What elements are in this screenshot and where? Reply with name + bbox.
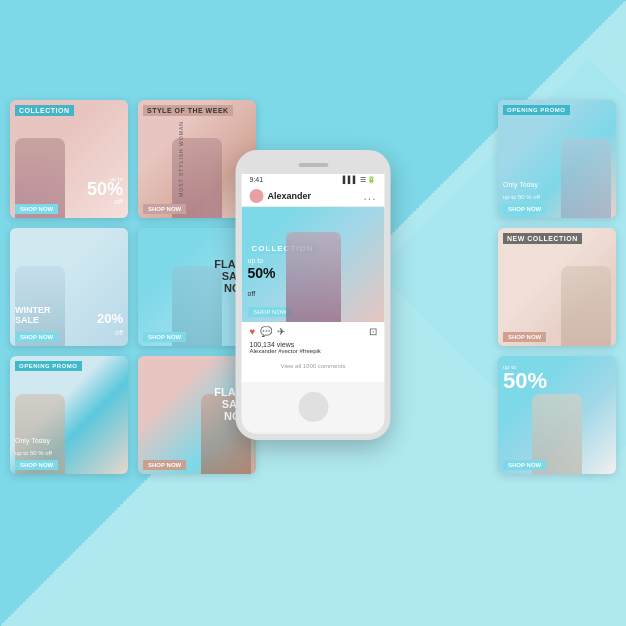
cards-area: COLLECTION up to 50% off SHOP NOW STYLE … [10,90,616,616]
bookmark-icon[interactable]: ⊡ [369,326,377,337]
phone-post-image: COLLECTION up to 50% off SHOP NOW [242,207,385,322]
opening-only-today: Only Today [15,437,50,444]
card-opening: OPENING PROMO Only Today up to 50 % off … [10,356,128,474]
card-up-to-50: up to 50% SHOP NOW [498,356,616,474]
phone-status-bar: 9:41 ▌▌▌ ☰ 🔋 [242,174,385,186]
phone-options[interactable]: ... [363,189,376,203]
new-collection-shop[interactable]: SHOP NOW [503,332,546,342]
phone-username: Alexander [268,191,312,201]
collection-tl-label: COLLECTION [15,105,74,116]
phone-spacer [242,372,385,382]
style-week-vertical: MOST STYLISH WOMAN [178,121,184,197]
flash-bc-shop[interactable]: SHOP NOW [143,460,186,470]
phone-off: off [248,290,256,297]
phone-action-icons: ♥ 💬 ✈ [250,326,286,337]
phone-upto: up to [248,257,264,264]
phone-speaker [298,163,328,167]
card-collection-tl: COLLECTION up to 50% off SHOP NOW [10,100,128,218]
opening-tr-shop[interactable]: SHOP NOW [503,204,546,214]
up-to-50-shop[interactable]: SHOP NOW [503,460,546,470]
opening-tr-label: OPENING PROMO [503,105,570,115]
phone-user-info: Alexander [250,189,312,203]
opening-tr-upto: up to 50 % off [503,194,540,200]
phone-actions: ♥ 💬 ✈ ⊡ [242,322,385,341]
phone-notch [242,156,385,174]
phone-comments-link: View all 1000 comments [242,354,385,372]
phone-mockup: 9:41 ▌▌▌ ☰ 🔋 Alexander ... COLLECTION up… [236,150,391,440]
winter-shop[interactable]: SHOP NOW [15,332,58,342]
phone-likes: 100,134 views [242,341,385,348]
phone-post-figure [286,232,341,322]
figure-new-collection [561,266,611,346]
phone-percent: 50% [248,265,276,281]
main-container: INSTAGRAM BUNDLE Image Not Inculuded COL… [0,0,626,626]
card-new-collection: NEW COLLECTION SHOP NOW [498,228,616,346]
collection-tl-shop[interactable]: SHOP NOW [15,204,58,214]
opening-tr-only-today: Only Today [503,181,538,188]
card-opening-tr: OPENING PROMO Only Today up to 50 % off … [498,100,616,218]
style-week-label: STYLE OF THE WEEK [143,105,233,116]
phone-home-button[interactable] [298,392,328,422]
collection-tl-percent: 50% [87,180,123,198]
comment-icon[interactable]: 💬 [260,326,272,337]
heart-icon[interactable]: ♥ [250,326,256,337]
winter-off: off [115,329,123,336]
winter-percent: 20% [97,311,123,326]
card-winter: WINTERSALE 20% off SHOP NOW [10,228,128,346]
style-week-shop[interactable]: SHOP NOW [143,204,186,214]
flash-ml-shop[interactable]: SHOP NOW [143,332,186,342]
opening-shop[interactable]: SHOP NOW [15,460,58,470]
phone-time: 9:41 [250,176,264,184]
winter-title: WINTERSALE [15,306,51,326]
phone-header: Alexander ... [242,186,385,207]
phone-comments-text: View all 1000 comments [281,363,346,369]
phone-home-area [242,382,385,432]
opening-label: OPENING PROMO [15,361,82,371]
phone-avatar [250,189,264,203]
up-to-50-percent: 50% [503,370,547,392]
figure-opening-tr [561,138,611,218]
new-collection-label: NEW COLLECTION [503,233,582,244]
share-icon[interactable]: ✈ [277,326,285,337]
opening-upto: up to 50 % off [15,450,52,456]
collection-tl-off: off [114,197,123,206]
phone-signal: ▌▌▌ ☰ 🔋 [343,176,377,184]
